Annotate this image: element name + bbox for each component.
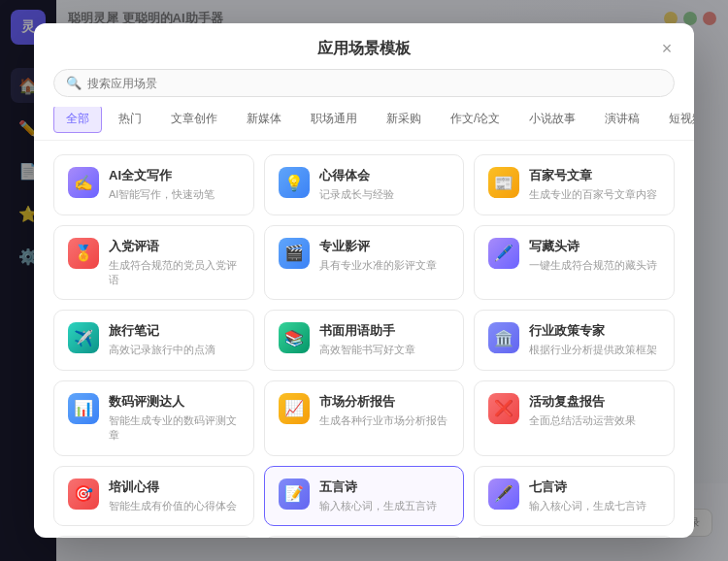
card-desc-film-review: 具有专业水准的影评文章: [319, 258, 450, 273]
card-icon-ai-writing: ✍️: [68, 167, 99, 198]
card-text-baihaohao: 百家号文章 生成专业的百家号文章内容: [529, 167, 660, 202]
card-desc-data-review: 智能生成专业的数码评测文章: [109, 413, 240, 444]
app-background: 灵 🏠 ✏️ 📄 ⭐ ⚙️ 聪明灵犀 更聪明的AI助手器 新建文件 选择场景模板: [0, 0, 728, 561]
card-desc-market-report: 生成各种行业市场分析报告: [319, 413, 450, 428]
card-icon-book-assistant: 📚: [279, 322, 310, 353]
card-desc-book-assistant: 高效智能书写好文章: [319, 343, 450, 357]
template-card-book-assistant[interactable]: 📚 书面用语助手 高效智能书写好文章: [264, 310, 465, 370]
card-icon-baihaohao: 📰: [488, 167, 519, 198]
card-title-mind-body: 心得体会: [319, 167, 450, 184]
card-title-travel-notes: 旅行笔记: [109, 322, 240, 340]
tab-演讲稿[interactable]: 演讲稿: [592, 107, 652, 133]
tab-短视频本[interactable]: 短视频本: [656, 107, 694, 133]
card-icon-policy-expert: 🏛️: [488, 322, 519, 353]
card-desc-training-notes: 智能生成有价值的心得体会: [109, 499, 240, 513]
template-card-admission[interactable]: 🏅 入党评语 生成符合规范的党员入党评语: [53, 225, 254, 301]
card-title-qiyan-poem: 七言诗: [529, 478, 660, 496]
search-input-wrap: 🔍: [53, 69, 675, 97]
modal-tabs: 全部热门文章创作新媒体职场通用新采购作文/论文小说故事演讲稿短视频本娱乐服务: [34, 107, 694, 141]
template-modal: 应用场景模板 × 🔍 全部热门文章创作新媒体职场通用新采购作文/论文小说故事演讲…: [34, 23, 694, 538]
template-card-market-report[interactable]: 📈 市场分析报告 生成各种行业市场分析报告: [264, 380, 465, 456]
card-desc-qiyan-poem: 输入核心词，生成七言诗: [529, 499, 660, 513]
search-input[interactable]: [87, 77, 662, 90]
card-title-activity-report: 活动复盘报告: [529, 393, 660, 411]
card-text-book-assistant: 书面用语助手 高效智能书写好文章: [319, 322, 450, 357]
card-title-wuyan-poem: 五言诗: [319, 478, 450, 496]
modal-close-button[interactable]: ×: [655, 37, 678, 60]
card-icon-training-notes: 🎯: [68, 478, 99, 510]
template-card-training-notes[interactable]: 🎯 培训心得 智能生成有价值的心得体会: [53, 466, 254, 526]
card-title-film-review: 专业影评: [319, 238, 450, 255]
card-text-market-report: 市场分析报告 生成各种行业市场分析报告: [319, 393, 450, 428]
card-title-policy-expert: 行业政策专家: [529, 322, 660, 340]
card-icon-qiyan-poem: 🖋️: [488, 478, 519, 510]
modal-body: ✍️ AI全文写作 AI智能写作，快速动笔 💡 心得体会 记录成长与经验 📰 百…: [34, 141, 694, 538]
search-icon: 🔍: [66, 76, 82, 90]
template-card-baihaohao[interactable]: 📰 百家号文章 生成专业的百家号文章内容: [474, 154, 675, 214]
template-card-song-ci[interactable]: 📋 宋词 输入核心词创作宋词: [264, 536, 465, 538]
tab-全部[interactable]: 全部: [53, 107, 102, 133]
card-desc-travel-notes: 高效记录旅行中的点滴: [109, 343, 240, 357]
card-desc-ai-writing: AI智能写作，快速动笔: [109, 187, 240, 202]
tab-新采购[interactable]: 新采购: [374, 107, 434, 133]
template-card-qiyan-poem[interactable]: 🖋️ 七言诗 输入核心词，生成七言诗: [474, 466, 675, 526]
card-text-activity-report: 活动复盘报告 全面总结活动运营效果: [529, 393, 660, 428]
card-title-ai-writing: AI全文写作: [109, 167, 240, 184]
card-text-admission: 入党评语 生成符合规范的党员入党评语: [109, 238, 240, 288]
card-text-travel-notes: 旅行笔记 高效记录旅行中的点滴: [109, 322, 240, 357]
card-desc-mind-body: 记录成长与经验: [319, 187, 450, 202]
card-title-training-notes: 培训心得: [109, 478, 240, 496]
tab-热门[interactable]: 热门: [106, 107, 154, 133]
card-title-data-review: 数码评测达人: [109, 393, 240, 411]
template-grid: ✍️ AI全文写作 AI智能写作，快速动笔 💡 心得体会 记录成长与经验 📰 百…: [53, 154, 675, 538]
card-icon-mind-body: 💡: [279, 167, 310, 198]
card-text-policy-expert: 行业政策专家 根据行业分析提供政策框架: [529, 322, 660, 357]
card-icon-write-poem: 🖊️: [488, 238, 519, 269]
template-card-tang-poem[interactable]: 📜 唐诗 AI创作唐诗: [53, 536, 254, 538]
template-card-mind-body[interactable]: 💡 心得体会 记录成长与经验: [264, 154, 465, 214]
modal-title: 应用场景模板: [317, 39, 411, 59]
template-card-activity-report[interactable]: ❌ 活动复盘报告 全面总结活动运营效果: [474, 380, 675, 456]
template-card-data-review[interactable]: 📊 数码评测达人 智能生成专业的数码评测文章: [53, 380, 254, 456]
tab-职场通用[interactable]: 职场通用: [298, 107, 370, 133]
tab-文章创作[interactable]: 文章创作: [158, 107, 230, 133]
card-title-book-assistant: 书面用语助手: [319, 322, 450, 340]
template-card-film-review[interactable]: 🎬 专业影评 具有专业水准的影评文章: [264, 225, 465, 301]
card-icon-film-review: 🎬: [279, 238, 310, 269]
modal-search-area: 🔍: [34, 69, 694, 107]
card-text-film-review: 专业影评 具有专业水准的影评文章: [319, 238, 450, 273]
card-text-data-review: 数码评测达人 智能生成专业的数码评测文章: [109, 393, 240, 444]
card-title-write-poem: 写藏头诗: [529, 238, 660, 255]
modal-overlay: 应用场景模板 × 🔍 全部热门文章创作新媒体职场通用新采购作文/论文小说故事演讲…: [0, 0, 728, 561]
card-desc-wuyan-poem: 输入核心词，生成五言诗: [319, 499, 450, 513]
modal-header: 应用场景模板 ×: [34, 23, 694, 69]
card-title-admission: 入党评语: [109, 238, 240, 255]
template-card-travel-notes[interactable]: ✈️ 旅行笔记 高效记录旅行中的点滴: [53, 310, 254, 370]
card-desc-activity-report: 全面总结活动运营效果: [529, 413, 660, 428]
tab-小说故事[interactable]: 小说故事: [516, 107, 588, 133]
template-card-wuyan-poem[interactable]: 📝 五言诗 输入核心词，生成五言诗: [264, 466, 465, 526]
tab-作文/论文[interactable]: 作文/论文: [438, 107, 513, 133]
card-text-write-poem: 写藏头诗 一键生成符合规范的藏头诗: [529, 238, 660, 273]
card-desc-write-poem: 一键生成符合规范的藏头诗: [529, 258, 660, 273]
card-desc-baihaohao: 生成专业的百家号文章内容: [529, 187, 660, 202]
template-card-poem-helper[interactable]: 📖 诗词助手 输入核心词，生成诗词: [474, 536, 675, 538]
card-icon-admission: 🏅: [68, 238, 99, 269]
template-card-write-poem[interactable]: 🖊️ 写藏头诗 一键生成符合规范的藏头诗: [474, 225, 675, 301]
template-card-ai-writing[interactable]: ✍️ AI全文写作 AI智能写作，快速动笔: [53, 154, 254, 214]
template-card-policy-expert[interactable]: 🏛️ 行业政策专家 根据行业分析提供政策框架: [474, 310, 675, 370]
card-title-baihaohao: 百家号文章: [529, 167, 660, 184]
card-icon-activity-report: ❌: [488, 393, 519, 424]
card-icon-market-report: 📈: [279, 393, 310, 424]
card-text-wuyan-poem: 五言诗 输入核心词，生成五言诗: [319, 478, 450, 513]
card-text-qiyan-poem: 七言诗 输入核心词，生成七言诗: [529, 478, 660, 513]
card-text-ai-writing: AI全文写作 AI智能写作，快速动笔: [109, 167, 240, 202]
card-title-market-report: 市场分析报告: [319, 393, 450, 411]
card-desc-policy-expert: 根据行业分析提供政策框架: [529, 343, 660, 357]
tab-新媒体[interactable]: 新媒体: [234, 107, 294, 133]
card-icon-travel-notes: ✈️: [68, 322, 99, 353]
card-text-mind-body: 心得体会 记录成长与经验: [319, 167, 450, 202]
card-icon-wuyan-poem: 📝: [279, 478, 310, 510]
card-icon-data-review: 📊: [68, 393, 99, 424]
card-text-training-notes: 培训心得 智能生成有价值的心得体会: [109, 478, 240, 513]
